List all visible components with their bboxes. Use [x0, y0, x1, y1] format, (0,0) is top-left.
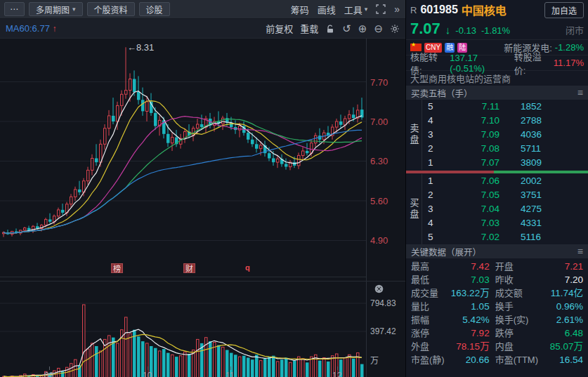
event-marker[interactable]: 榜	[111, 263, 123, 273]
event-marker[interactable]: 财	[183, 263, 195, 273]
level: 1	[428, 156, 449, 170]
price: 7.09	[449, 128, 499, 142]
adjust-mode-button[interactable]: 前复权	[266, 22, 293, 35]
add-watchlist-button[interactable]: 加自选	[544, 2, 584, 18]
key-value: 5.42%	[450, 313, 490, 326]
cn-flag-icon: ★	[410, 44, 422, 51]
chevron-down-icon: ▾	[72, 6, 76, 13]
arrow-down-icon: ↓	[445, 24, 451, 36]
key-value: 0.96%	[544, 300, 583, 313]
tool-tools[interactable]: 工具 ▾	[344, 3, 368, 16]
key-value: 20.66	[450, 353, 490, 366]
order-book-row[interactable]: 4 7.10 2788	[422, 114, 588, 128]
stock-header: R 601985 中国核电 加自选	[406, 0, 588, 20]
chart-toolbar: MA60:6.77 ↑ 前复权 重载 ↺ ⊕ ⊖	[0, 19, 405, 39]
ma60-legend: MA60:6.77 ↑	[6, 23, 57, 34]
volume: 2788	[499, 114, 588, 128]
buy-ratio	[494, 171, 588, 173]
key-label: 内盘	[495, 340, 538, 353]
tab-stock-info[interactable]: 个股资料	[87, 2, 135, 16]
volume: 1852	[499, 100, 588, 114]
order-book-row[interactable]: 5 7.11 1852	[422, 100, 588, 114]
key-label: 市盈(TTM)	[495, 353, 538, 366]
level: 2	[428, 142, 449, 156]
order-book-row[interactable]: 1 7.06 2002	[422, 174, 588, 188]
tab-multi-period[interactable]: 多周期图 ▾	[29, 2, 83, 16]
level: 3	[428, 128, 449, 142]
collapse-panel-icon[interactable]: »	[394, 4, 400, 15]
volume-axis-label: 397.42	[370, 326, 396, 336]
key-value: 6.48	[544, 326, 583, 340]
panel-settings-gear-icon[interactable]	[390, 284, 400, 294]
order-book-row[interactable]: 1 7.07 3809	[422, 156, 588, 170]
price: 7.05	[449, 188, 499, 202]
key-value: 7.21	[544, 260, 583, 273]
buy-side: 买盘 1 7.06 20022 7.05 37513 7.04 42754 7.…	[406, 174, 588, 244]
hamburger-icon[interactable]: ≡	[577, 87, 583, 98]
hamburger-icon[interactable]: ≡	[577, 246, 583, 257]
level: 5	[428, 230, 449, 244]
current-price: 7.07	[410, 20, 440, 38]
key-label: 成交量	[411, 286, 445, 300]
market-status: 闭市	[566, 23, 584, 37]
sell-side: 卖盘 5 7.11 18524 7.10 27883 7.09 40362 7.…	[406, 100, 588, 170]
price-axis-label: 4.90	[370, 235, 388, 246]
price: 7.10	[449, 114, 499, 128]
key-value: 7.42	[450, 260, 490, 273]
price-change: -0.13	[455, 25, 476, 36]
volume: 4275	[499, 202, 588, 216]
order-book-row[interactable]: 2 7.08 5711	[422, 142, 588, 156]
candlestick-chart[interactable]: 7.707.006.305.604.90 ←8.31 榜财q	[0, 39, 405, 281]
key-label: 开盘	[495, 260, 538, 273]
reload-button[interactable]: 重载	[300, 22, 318, 35]
price-axis-label: 7.70	[370, 77, 388, 88]
unlock-icon[interactable]	[325, 24, 335, 34]
time-axis-label: 12	[332, 371, 341, 377]
toolbar-tabs: ⋯ 多周期图 ▾ 个股资料 诊股	[4, 2, 170, 16]
level: 4	[428, 216, 449, 230]
order-book-row[interactable]: 5 7.02 5116	[422, 230, 588, 244]
event-marker[interactable]: q	[245, 263, 250, 272]
volume: 3809	[499, 156, 588, 170]
zoom-out-icon[interactable]: ⊖	[374, 22, 383, 35]
settings-gear-icon[interactable]	[390, 24, 400, 34]
key-label: 量比	[411, 300, 445, 313]
buy-side-label: 买盘	[406, 174, 422, 244]
ma60-value: MA60:6.77	[6, 23, 50, 34]
badge-mainland: 陆	[457, 43, 467, 53]
price-axis-label: 5.60	[370, 196, 388, 206]
zoom-in-icon[interactable]: ⊕	[358, 22, 367, 35]
price-axis-label: 6.30	[370, 156, 388, 166]
sell-ratio	[406, 171, 494, 173]
key-value: 7.20	[544, 273, 583, 286]
undo-icon[interactable]: ↺	[342, 22, 351, 35]
chevron-down-icon: ▾	[365, 6, 368, 13]
volume: 5711	[499, 142, 588, 156]
key-value: 1.05	[450, 300, 490, 313]
order-book-row[interactable]: 2 7.05 3751	[422, 188, 588, 202]
key-label: 外盘	[411, 340, 445, 353]
volume: 4036	[499, 128, 588, 142]
order-book-row[interactable]: 3 7.04 4275	[422, 202, 588, 216]
arrow-up-icon: ↑	[53, 24, 57, 34]
stock-code: 601985	[420, 4, 457, 16]
order-book-row[interactable]: 4 7.03 4331	[422, 216, 588, 230]
key-label: 最高	[411, 260, 445, 273]
order-book-row[interactable]: 3 7.09 4036	[422, 128, 588, 142]
volume-panel[interactable]: 794.83397.42万 09101112	[0, 281, 405, 377]
r-tag: R	[410, 5, 417, 15]
key-label: 最低	[411, 273, 445, 286]
premium-label: 转股溢价:	[514, 50, 551, 77]
order-book-header[interactable]: 买卖五档（手） ≡	[406, 86, 588, 100]
tab-diagnose[interactable]: 诊股	[139, 2, 170, 16]
key-value: 163.22万	[450, 286, 490, 300]
key-value: 16.54	[544, 353, 583, 366]
key-label: 涨停	[411, 326, 445, 340]
top-toolbar: ⋯ 多周期图 ▾ 个股资料 诊股 筹码 画线 工具 ▾	[0, 0, 405, 19]
tool-chips[interactable]: 筹码	[291, 3, 309, 16]
price: 7.03	[449, 216, 499, 230]
tool-drawing[interactable]: 画线	[318, 3, 336, 16]
key-data-header[interactable]: 关键数据（展开） ≡	[406, 244, 588, 258]
fullscreen-icon[interactable]	[376, 4, 386, 14]
more-button[interactable]: ⋯	[4, 2, 25, 16]
